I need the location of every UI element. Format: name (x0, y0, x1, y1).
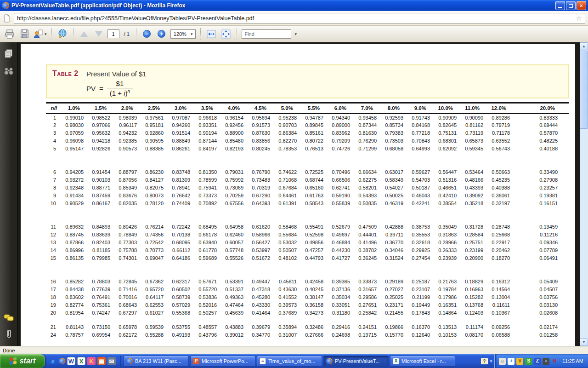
find-input[interactable] (242, 29, 291, 39)
next-page-button[interactable] (93, 28, 105, 40)
value-cell: 0.37136 (329, 286, 356, 293)
value-cell: 0.72525 (302, 168, 329, 176)
security-tool-icon[interactable]: + (508, 358, 514, 365)
value-cell: 0.13513 (435, 323, 462, 331)
word-icon[interactable]: W (67, 357, 75, 365)
collapse-chevron-icon[interactable]: ▾ (490, 359, 492, 363)
toolbar-separator (51, 28, 52, 40)
pdf-toolbar: ▾ / 1 − + 120% ▾ (0, 26, 588, 42)
key-app-icon[interactable]: K (87, 357, 96, 365)
z-app-icon[interactable]: Z (534, 358, 541, 365)
period-cell: 5 (46, 145, 62, 153)
excel-icon[interactable]: X (77, 357, 85, 365)
restore-button[interactable] (566, 1, 576, 10)
value-cell: 0.72542 (142, 239, 169, 247)
docked-app-icon[interactable]: ? (481, 358, 488, 364)
column-header: 2.0% (116, 103, 142, 114)
value-cell: 0.09256 (489, 323, 515, 331)
status-text: Done (3, 348, 15, 353)
search-binoculars-icon[interactable] (4, 67, 14, 75)
value-cell: 0.83639 (89, 231, 116, 239)
value-cell: 0.44793 (302, 254, 329, 262)
value-cell: 0.55684 (276, 231, 302, 239)
value-cell: 0.59345 (462, 145, 489, 153)
value-cell: 0.34770 (249, 331, 276, 339)
pages-panel-icon[interactable] (4, 49, 13, 59)
dropdown-arrow-icon: ▾ (191, 32, 193, 36)
value-cell: 0.35034 (329, 293, 356, 301)
close-button[interactable]: × (577, 1, 586, 10)
value-cell: 0.73503 (382, 137, 409, 145)
norton-icon[interactable]: N (551, 358, 558, 365)
messenger-icon[interactable]: ☺ (499, 358, 506, 365)
zoom-out-button[interactable]: − (141, 28, 153, 40)
value-cell: 0.75131 (435, 129, 462, 137)
scroll-up-button[interactable]: ▲ (580, 42, 588, 50)
value-cell: 0.70138 (169, 231, 196, 239)
column-header: 6.0% (329, 103, 356, 114)
save-button[interactable] (18, 28, 30, 40)
taskbar-button[interactable]: PMicrosoft PowerPo... (190, 356, 255, 367)
ie-icon[interactable]: e (49, 357, 57, 365)
value-cell: 0.29189 (382, 278, 409, 286)
mail-app-icon[interactable]: ✉ (107, 357, 116, 365)
period-cell: 1 (46, 114, 62, 121)
value-cell: 0.58468 (276, 223, 302, 231)
globe-tray-icon[interactable]: ● (543, 358, 549, 365)
value-cell: 0.40188 (515, 145, 569, 153)
pdf-sidebar (0, 42, 17, 346)
taskbar-button[interactable]: PV-PresentValueT... (323, 356, 389, 367)
comments-panel-icon[interactable] (4, 314, 14, 322)
value-cell: 0.67297 (116, 309, 142, 317)
page-number-input[interactable] (107, 29, 119, 38)
value-cell: 0.66178 (196, 231, 222, 239)
collaborate-button[interactable]: ▾ (33, 28, 47, 40)
minimize-button[interactable] (555, 1, 565, 10)
table-row: 40.960980.942180.923850.905950.888490.87… (46, 137, 569, 145)
window-title: PV-PresentValueTable.pdf (application/pd… (11, 2, 553, 9)
value-cell: 0.59627 (409, 168, 435, 176)
value-cell: 0.51316 (435, 176, 462, 184)
value-cell: 0.91454 (89, 168, 116, 176)
url-bar[interactable]: http://classes.lanecc.edu/file.php/24555… (14, 13, 585, 24)
fit-page-button[interactable] (220, 28, 232, 40)
value-cell: 0.86261 (169, 145, 196, 153)
taskbar-button[interactable]: BA 213 W11 (Pasc... (124, 356, 189, 367)
taskbar-button[interactable]: XMicrosoft Excel - r... (390, 356, 455, 367)
value-cell: 0.29586 (356, 293, 382, 301)
find-dropdown-arrow-icon[interactable]: ▾ (294, 32, 297, 36)
orange-app-icon[interactable]: ▣ (97, 357, 106, 365)
vertical-scrollbar[interactable]: ▲ ▼ (580, 42, 588, 346)
value-cell: 0.95238 (276, 114, 302, 121)
zoom-level-select[interactable]: 120% ▾ (170, 29, 196, 39)
start-button[interactable]: start (0, 354, 45, 368)
table-title: Present Value of $1 (86, 70, 147, 78)
value-cell: 0.59539 (142, 323, 169, 331)
value-cell: 0.08170 (462, 331, 489, 339)
attachments-panel-icon[interactable] (5, 328, 12, 339)
taskbar-button-label: PV-PresentValueT... (335, 358, 380, 364)
period-cell: 20 (46, 309, 62, 317)
zoom-in-button[interactable]: + (156, 28, 168, 40)
value-cell: 0.92456 (222, 121, 249, 129)
value-cell: 0.09346 (515, 239, 569, 247)
taskbar-button[interactable]: =Time_value_of_mo... (257, 356, 322, 367)
value-cell: 0.74247 (89, 309, 116, 317)
scroll-down-button[interactable]: ▼ (580, 338, 588, 346)
value-cell: 0.80073 (142, 192, 169, 200)
web-tools-button[interactable] (57, 28, 68, 40)
green-agent-icon[interactable]: S (525, 358, 532, 365)
value-cell: 0.07789 (515, 247, 569, 254)
print-button[interactable] (4, 28, 16, 40)
firefox-icon[interactable] (59, 358, 65, 364)
value-cell: 0.15770 (382, 331, 409, 339)
table-row: 20.980300.970660.961170.951810.942600.93… (46, 121, 569, 129)
period-cell: 11 (46, 223, 62, 231)
shield-icon[interactable]: V (516, 358, 523, 365)
previous-page-button[interactable] (78, 28, 90, 40)
scrollbar-thumb[interactable] (580, 51, 588, 129)
value-cell: 0.71299 (356, 145, 382, 153)
fit-width-button[interactable] (205, 28, 217, 40)
bookmark-star-icon[interactable]: ☆ (576, 15, 582, 22)
table-row: 200.819540.742470.672970.610270.553680.5… (46, 309, 569, 317)
